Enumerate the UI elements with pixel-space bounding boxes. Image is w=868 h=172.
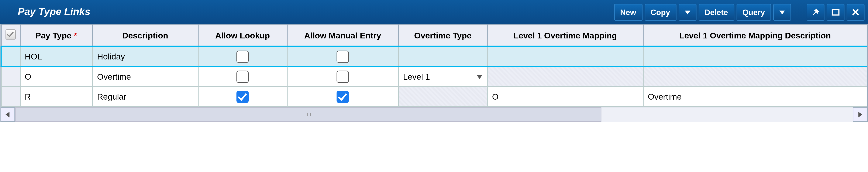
cell-description[interactable]: Holiday bbox=[92, 47, 198, 66]
triangle-left-icon bbox=[5, 111, 11, 118]
grip-icon: ııı bbox=[304, 111, 312, 117]
cell-l1-mapping-desc[interactable]: Overtime bbox=[643, 86, 867, 106]
cell-allow-manual-entry[interactable] bbox=[287, 66, 398, 86]
cell-l1-mapping[interactable] bbox=[487, 47, 643, 66]
triangle-down-icon bbox=[684, 9, 690, 15]
cell-l1-mapping-desc[interactable] bbox=[643, 66, 867, 86]
col-allow-lookup[interactable]: Allow Lookup bbox=[198, 25, 287, 47]
horizontal-scrollbar[interactable]: ııı bbox=[1, 107, 867, 121]
cell-l1-mapping[interactable]: O bbox=[487, 86, 643, 106]
required-asterisk: * bbox=[74, 31, 77, 40]
cell-l1-mapping[interactable] bbox=[487, 66, 643, 86]
table-row[interactable]: HOLHoliday bbox=[1, 47, 867, 66]
svg-rect-2 bbox=[832, 9, 839, 15]
new-button[interactable]: New bbox=[614, 4, 642, 20]
svg-marker-5 bbox=[859, 112, 862, 117]
checkbox[interactable] bbox=[237, 51, 249, 63]
checkbox[interactable] bbox=[337, 51, 349, 63]
checkbox-icon bbox=[5, 30, 16, 39]
pay-type-table: Pay Type * Description Allow Lookup Allo… bbox=[1, 24, 867, 107]
dropdown-value: Level 1 bbox=[403, 72, 430, 82]
cell-pay-type[interactable]: O bbox=[20, 66, 92, 86]
panel-title: Pay Type Links bbox=[18, 6, 90, 18]
cell-overtime-type[interactable]: Level 1 bbox=[398, 66, 487, 86]
table-header-row: Pay Type * Description Allow Lookup Allo… bbox=[1, 25, 867, 47]
query-dropdown-button[interactable] bbox=[773, 4, 791, 20]
row-selector[interactable] bbox=[1, 86, 20, 106]
svg-marker-3 bbox=[476, 75, 482, 79]
col-l1-mapping-desc[interactable]: Level 1 Overtime Mapping Description bbox=[643, 25, 867, 47]
cell-description[interactable]: Overtime bbox=[92, 66, 198, 86]
row-selector[interactable] bbox=[1, 47, 20, 66]
row-selector[interactable] bbox=[1, 66, 20, 86]
cell-allow-manual-entry[interactable] bbox=[287, 47, 398, 66]
query-button[interactable]: Query bbox=[736, 4, 771, 20]
cell-allow-lookup[interactable] bbox=[198, 66, 287, 86]
col-pay-type[interactable]: Pay Type * bbox=[20, 25, 92, 47]
pin-button[interactable] bbox=[807, 4, 825, 20]
delete-button[interactable]: Delete bbox=[699, 4, 734, 20]
table-row[interactable]: OOvertimeLevel 1 bbox=[1, 66, 867, 86]
col-allow-manual-entry[interactable]: Allow Manual Entry bbox=[287, 25, 398, 47]
cell-allow-manual-entry[interactable] bbox=[287, 86, 398, 106]
checkbox[interactable] bbox=[237, 90, 249, 103]
checkbox[interactable] bbox=[237, 70, 249, 83]
col-label: Pay Type bbox=[35, 31, 71, 40]
close-button[interactable] bbox=[847, 4, 865, 20]
table-row[interactable]: RRegularOOvertime bbox=[1, 86, 867, 106]
maximize-button[interactable] bbox=[827, 4, 844, 20]
pin-icon bbox=[811, 7, 820, 16]
cell-pay-type[interactable]: HOL bbox=[20, 47, 92, 66]
triangle-down-icon bbox=[779, 9, 785, 15]
overtime-type-dropdown[interactable]: Level 1 bbox=[403, 72, 483, 82]
cell-overtime-type[interactable] bbox=[398, 86, 487, 106]
svg-marker-1 bbox=[779, 10, 785, 14]
cell-pay-type[interactable]: R bbox=[20, 86, 92, 106]
copy-dropdown-button[interactable] bbox=[678, 4, 696, 20]
scroll-thumb[interactable]: ııı bbox=[15, 107, 601, 121]
scroll-right-button[interactable] bbox=[853, 107, 867, 121]
copy-button[interactable]: Copy bbox=[644, 4, 676, 20]
grid-panel: Pay Type * Description Allow Lookup Allo… bbox=[0, 24, 868, 122]
svg-marker-0 bbox=[685, 10, 690, 14]
triangle-right-icon bbox=[857, 111, 863, 118]
cell-overtime-type[interactable] bbox=[398, 47, 487, 66]
triangle-down-icon bbox=[476, 73, 483, 80]
scroll-track[interactable]: ııı bbox=[15, 107, 853, 121]
svg-marker-4 bbox=[5, 112, 9, 117]
cell-allow-lookup[interactable] bbox=[198, 47, 287, 66]
cell-description[interactable]: Regular bbox=[92, 86, 198, 106]
cell-allow-lookup[interactable] bbox=[198, 86, 287, 106]
header-actions: New Copy Delete Query bbox=[614, 4, 865, 20]
col-overtime-type[interactable]: Overtime Type bbox=[398, 25, 487, 47]
checkbox[interactable] bbox=[337, 70, 349, 83]
col-description[interactable]: Description bbox=[92, 25, 198, 47]
panel-header: Pay Type Links New Copy Delete Query bbox=[0, 0, 868, 24]
select-all-header[interactable] bbox=[1, 25, 20, 47]
checkbox[interactable] bbox=[337, 90, 349, 103]
col-l1-mapping[interactable]: Level 1 Overtime Mapping bbox=[487, 25, 643, 47]
maximize-icon bbox=[831, 7, 840, 16]
close-icon bbox=[851, 7, 860, 16]
cell-l1-mapping-desc[interactable] bbox=[643, 47, 867, 66]
scroll-left-button[interactable] bbox=[1, 107, 15, 121]
